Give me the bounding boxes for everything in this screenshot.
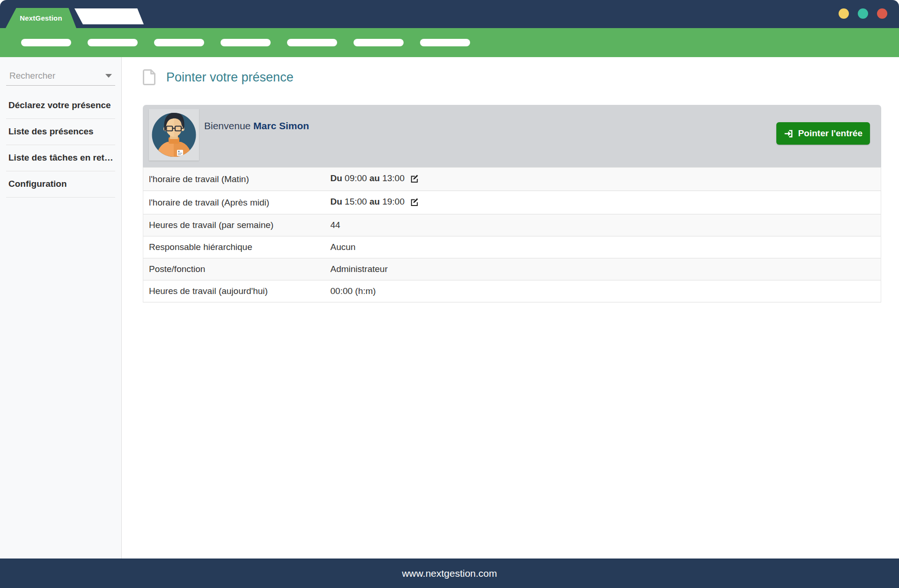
sidebar-item-taches-en-retard[interactable]: Liste des tâches en ret… <box>6 145 115 171</box>
edit-icon[interactable] <box>410 174 419 185</box>
table-row-poste: Poste/fonction Administrateur <box>143 258 881 280</box>
row-label: Responsable hiérarchique <box>143 236 325 258</box>
document-icon <box>143 69 155 85</box>
app-window: NextGestion Rechercher Déclarez votre pr… <box>0 0 899 588</box>
welcome-panel: Bienvenue Marc Simon Pointer l'entrée <box>143 105 881 167</box>
clock-in-label: Pointer l'entrée <box>798 128 862 139</box>
nav-pill[interactable] <box>287 39 337 46</box>
clock-in-button[interactable]: Pointer l'entrée <box>776 122 870 145</box>
user-name: Marc Simon <box>253 120 309 131</box>
header-tab-shape <box>73 8 144 24</box>
nav-pill[interactable] <box>420 39 470 46</box>
sidebar-menu: Déclarez votre présence Liste des présen… <box>0 93 121 198</box>
nav-pill[interactable] <box>21 39 71 46</box>
nav-pill[interactable] <box>88 39 138 46</box>
main-content: Pointer votre présence <box>122 57 899 559</box>
sidebar-item-configuration[interactable]: Configuration <box>6 171 115 198</box>
avatar <box>149 109 199 161</box>
edit-icon[interactable] <box>410 198 419 208</box>
footer: www.nextgestion.com <box>0 559 899 588</box>
presence-info-table: l'horaire de travail (Matin) Du 09:00 au… <box>143 167 881 302</box>
table-row-heures-aujourdhui: Heures de travail (aujourd'hui) 00:00 (h… <box>143 280 881 302</box>
row-label: l'horaire de travail (Matin) <box>143 168 325 191</box>
chevron-down-icon <box>105 74 112 78</box>
row-value: 00:00 (h:m) <box>325 280 881 302</box>
traffic-lights <box>839 8 887 19</box>
nav-pill[interactable] <box>354 39 404 46</box>
search-placeholder: Rechercher <box>9 71 55 81</box>
presence-card: Bienvenue Marc Simon Pointer l'entrée <box>143 105 881 302</box>
row-value: Aucun <box>325 236 881 258</box>
row-value: Du 15:00 au 19:00 <box>325 191 881 214</box>
page-title: Pointer votre présence <box>166 70 294 85</box>
sidebar-item-liste-presences[interactable]: Liste des présences <box>6 119 115 145</box>
table-row-heures-semaine: Heures de travail (par semaine) 44 <box>143 214 881 236</box>
nav-pill[interactable] <box>154 39 204 46</box>
welcome-message: Bienvenue Marc Simon <box>204 120 309 167</box>
table-row-responsable: Responsable hiérarchique Aucun <box>143 236 881 258</box>
table-row-horaire-apres-midi: l'horaire de travail (Après midi) Du 15:… <box>143 191 881 214</box>
greeting-text: Bienvenue <box>204 120 251 131</box>
main-navbar <box>0 28 899 57</box>
sidebar-item-declarer-presence[interactable]: Déclarez votre présence <box>6 93 115 119</box>
search-select[interactable]: Rechercher <box>6 66 115 86</box>
row-label: Heures de travail (par semaine) <box>143 214 325 236</box>
sign-in-icon <box>784 129 794 139</box>
brand-logo: NextGestion <box>20 14 62 22</box>
row-label: Poste/fonction <box>143 258 325 280</box>
row-value: Du 09:00 au 13:00 <box>325 168 881 191</box>
footer-url: www.nextgestion.com <box>402 568 497 579</box>
maximize-dot[interactable] <box>858 8 868 19</box>
row-value: 44 <box>325 214 881 236</box>
row-value: Administrateur <box>325 258 881 280</box>
row-label: Heures de travail (aujourd'hui) <box>143 280 325 302</box>
window-titlebar: NextGestion <box>0 0 899 28</box>
table-row-horaire-matin: l'horaire de travail (Matin) Du 09:00 au… <box>143 168 881 191</box>
minimize-dot[interactable] <box>839 8 849 19</box>
page-title-row: Pointer votre présence <box>143 68 881 86</box>
nav-pill[interactable] <box>221 39 271 46</box>
close-dot[interactable] <box>877 8 887 19</box>
brand-tab[interactable]: NextGestion <box>6 8 76 28</box>
row-label: l'horaire de travail (Après midi) <box>143 191 325 214</box>
sidebar: Rechercher Déclarez votre présence Liste… <box>0 57 122 559</box>
